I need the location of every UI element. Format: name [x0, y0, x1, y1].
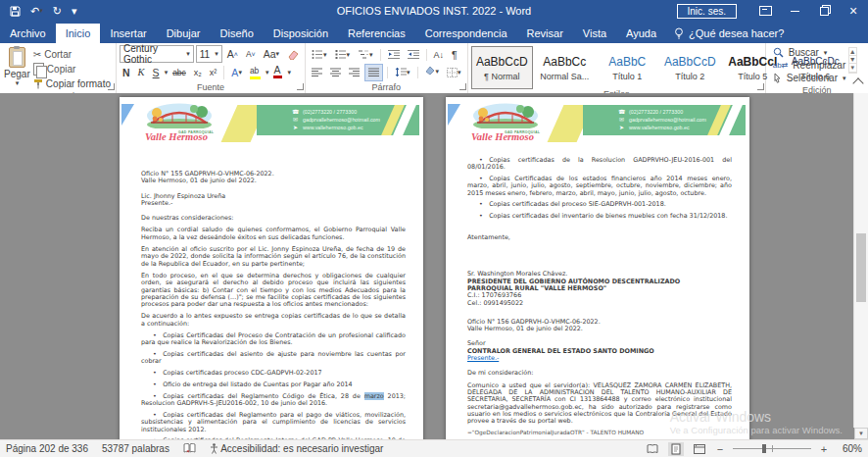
style-card[interactable]: AaBbCTítulo 1	[597, 46, 658, 89]
style-name: ¶ Normal	[484, 72, 519, 81]
tab-vista[interactable]: Vista	[573, 24, 616, 43]
font-color-dropdown-icon[interactable]: ▾	[287, 69, 291, 76]
font-family-select[interactable]: Century Gothic▾	[120, 45, 194, 63]
underline-dropdown-icon[interactable]: ▾	[165, 69, 169, 76]
doc-line: En todo proceso, en el que se determina …	[141, 273, 406, 308]
sort-button[interactable]: A↓	[431, 47, 448, 63]
document-page-203[interactable]: Valle HermosoGAD PARROQUIAL ☎(02)2773220…	[446, 97, 749, 439]
multilevel-list-button[interactable]: ▾	[355, 47, 376, 63]
align-center-button[interactable]	[327, 65, 344, 80]
tab-ayuda[interactable]: Ayuda	[616, 24, 666, 43]
read-mode-button[interactable]	[645, 442, 660, 456]
underline-button[interactable]: S	[150, 65, 163, 80]
tab-revisar[interactable]: Revisar	[517, 24, 573, 43]
bullets-button[interactable]: ▾	[309, 47, 330, 63]
superscript-button[interactable]: x²	[207, 65, 220, 80]
scrollbar-down-icon[interactable]: ▼	[854, 428, 868, 439]
copy-button[interactable]: Copiar	[31, 62, 113, 76]
highlight-dropdown-icon[interactable]: ▾	[265, 69, 269, 76]
borders-button[interactable]: ▾	[444, 65, 464, 80]
sign-in-button[interactable]: Inic. ses.	[677, 4, 737, 19]
format-painter-button[interactable]: Copiar formato	[31, 76, 113, 91]
select-button[interactable]: Seleccionar▾	[773, 73, 861, 83]
show-hide-marks-button[interactable]: ¶	[449, 47, 460, 63]
justify-button[interactable]	[364, 64, 383, 81]
accessibility-checker[interactable]: Accesibilidad: es necesario investigar	[210, 443, 383, 455]
doc-line: ="OgeDeclaracionPatrimonialJuradaOTR" - …	[467, 430, 732, 436]
minimize-button[interactable]	[780, 0, 809, 22]
pilcrow-icon: ¶	[452, 49, 458, 61]
document-text[interactable]: • Copias certificadas de la Resolucion G…	[446, 148, 749, 437]
paragraph-dialog-launcher-icon[interactable]	[459, 83, 466, 90]
zoom-level[interactable]: 60%	[837, 443, 862, 454]
ribbon: Pegar ▾ ✂Cortar Copiar Copiar formato Po…	[0, 43, 868, 94]
tab-correspondencia[interactable]: Correspondencia	[415, 24, 517, 43]
restore-button[interactable]	[809, 0, 839, 22]
strikethrough-button[interactable]: abc	[169, 65, 189, 80]
shading-button[interactable]: ▾	[422, 65, 443, 80]
zoom-in-button[interactable]: +	[819, 443, 829, 455]
tab-referencias[interactable]: Referencias	[338, 24, 415, 43]
align-left-button[interactable]	[309, 65, 325, 80]
proofing-status-icon[interactable]	[183, 443, 196, 455]
decrease-indent-button[interactable]	[385, 47, 403, 63]
text-effects-button[interactable]: A▾	[228, 65, 245, 80]
word-count-indicator[interactable]: 53787 palabras	[102, 443, 169, 454]
clear-formatting-button[interactable]	[284, 46, 302, 62]
zoom-out-button[interactable]: −	[715, 443, 725, 455]
replace-button[interactable]: ab⇄ Reemplazar	[773, 60, 861, 71]
tab-insertar[interactable]: Insertar	[100, 24, 156, 43]
zoom-slider-thumb[interactable]	[762, 444, 766, 453]
paragraph-group: ▾ ▾ ▾ A↓ ¶ ▾ ▾ ▾ Párrafo	[306, 43, 468, 93]
save-icon[interactable]	[10, 6, 21, 17]
close-button[interactable]: ×	[839, 0, 868, 22]
vertical-scrollbar[interactable]	[853, 93, 868, 428]
change-case-button[interactable]: Aa▾	[261, 46, 282, 62]
page-number-indicator[interactable]: Página 202 de 336	[6, 443, 88, 454]
document-page-202[interactable]: Valle HermosoGAD PARROQUIAL ☎(02)2773220…	[120, 97, 423, 439]
find-button[interactable]: Buscar▾	[773, 47, 861, 58]
tab-archivo[interactable]: Archivo	[0, 24, 56, 43]
align-right-button[interactable]	[346, 65, 362, 80]
clipboard-dialog-launcher-icon[interactable]	[108, 83, 115, 90]
tell-me-box[interactable]: ¿Qué desea hacer?	[666, 24, 792, 43]
bold-button[interactable]: N	[120, 65, 133, 80]
style-card[interactable]: AaBbCcD¶ Normal	[471, 46, 533, 89]
ribbon-display-options-button[interactable]	[750, 0, 780, 22]
web-layout-button[interactable]	[692, 442, 707, 456]
tab-dibujar[interactable]: Dibujar	[157, 24, 211, 43]
paste-button[interactable]: Pegar ▾	[3, 45, 31, 87]
document-text[interactable]: Oficio N° 155 GADPRVH-O-VHMC-06-2022.Val…	[120, 148, 423, 439]
letterhead-web: www.vallehermoso.gob.ec	[629, 125, 690, 131]
numbering-button[interactable]: ▾	[332, 47, 354, 63]
cut-button[interactable]: ✂Cortar	[31, 47, 113, 62]
italic-button[interactable]: K	[135, 65, 148, 80]
customize-quick-access-icon[interactable]: ▾	[72, 0, 77, 22]
undo-icon[interactable]: ↶▾	[30, 0, 43, 22]
grow-font-button[interactable]: A˄	[224, 46, 241, 62]
print-layout-button[interactable]	[668, 442, 684, 456]
zoom-slider[interactable]	[733, 448, 811, 449]
increase-indent-button[interactable]	[405, 47, 422, 63]
phone-icon: ☎	[618, 109, 625, 116]
shrink-font-button[interactable]: A˅	[243, 46, 259, 62]
style-card[interactable]: AaBbCcDTítulo 2	[659, 46, 721, 89]
highlight-color-button[interactable]: ab	[247, 65, 264, 80]
font-dialog-launcher-icon[interactable]	[297, 83, 304, 90]
redo-icon[interactable]: ↻	[53, 0, 62, 22]
tab-inicio[interactable]: Inicio	[56, 24, 101, 43]
tab-diseño[interactable]: Diseño	[211, 24, 264, 43]
styles-dialog-launcher-icon[interactable]	[757, 83, 764, 90]
font-color-button[interactable]: A	[270, 65, 285, 80]
style-preview: AaBbCcD	[476, 55, 528, 69]
vertical-scrollbar-thumb[interactable]	[856, 233, 866, 302]
tab-disposición[interactable]: Disposición	[264, 24, 338, 43]
line-spacing-icon	[395, 68, 407, 77]
style-card[interactable]: AaBbCcNormal Sa...	[534, 46, 596, 89]
paste-dropdown-icon[interactable]: ▾	[16, 79, 20, 87]
undo-dropdown-icon[interactable]: ▾	[39, 0, 43, 22]
subscript-button[interactable]: x₂	[191, 65, 205, 80]
font-size-select[interactable]: 11▾	[196, 45, 222, 63]
line-spacing-button[interactable]: ▾	[392, 65, 413, 80]
document-area[interactable]: Valle HermosoGAD PARROQUIAL ☎(02)2773220…	[0, 93, 868, 439]
